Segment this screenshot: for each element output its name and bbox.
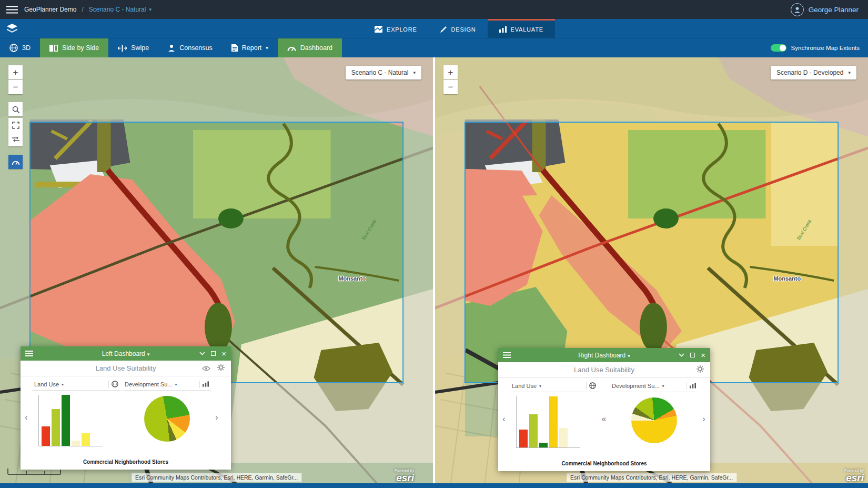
globe-icon — [9, 44, 18, 52]
3d-label: 3D — [22, 44, 31, 52]
widget-carousel: ‹ Land Use ▾ « Development Su... ▾ — [498, 378, 710, 458]
left-dashboard-header[interactable]: Left Dashboard▾ × — [21, 346, 231, 361]
sync-extents-toggle[interactable] — [771, 44, 786, 52]
left-scenario-selector[interactable]: Scenario C - Natural ▾ — [346, 66, 421, 79]
development-suitability-widget-card: Development Su... ▾ — [610, 380, 698, 458]
left-scenario-label: Scenario C - Natural — [351, 69, 409, 76]
caret-down-icon: ▾ — [662, 384, 664, 389]
maximize-icon[interactable] — [211, 351, 216, 356]
tab-design-label: DESIGN — [451, 26, 476, 33]
map-attribution: Esri Community Maps Contributors, Esri, … — [567, 473, 736, 482]
map-attribution: Esri Community Maps Contributors, Esri, … — [132, 473, 301, 482]
primary-nav: EXPLORE DESIGN EVALUATE — [0, 19, 868, 38]
zoom-in-button[interactable]: + — [8, 65, 23, 79]
widget-title: Land Use Suitability — [21, 364, 231, 372]
land-use-widget-card: Land Use ▾ — [32, 379, 120, 456]
report-label: Report — [242, 44, 262, 52]
pencil-icon — [440, 26, 447, 33]
report-icon — [231, 44, 238, 52]
side-by-side-label: Side by Side — [62, 44, 99, 52]
tab-design[interactable]: DESIGN — [429, 19, 488, 38]
compare-tool-button[interactable] — [8, 132, 23, 146]
tab-explore[interactable]: EXPLORE — [363, 19, 429, 38]
side-by-side-button[interactable]: Side by Side — [40, 38, 108, 57]
swipe-button[interactable]: Swipe — [108, 38, 158, 57]
explore-icon — [375, 26, 382, 33]
zoom-out-button[interactable]: − — [443, 80, 458, 94]
swipe-label: Swipe — [131, 44, 149, 52]
app-title: GeoPlanner Demo — [24, 6, 76, 13]
app-header: GeoPlanner Demo / Scenario C - Natural ▾… — [0, 0, 868, 19]
dashboard-title: Right Dashboard — [578, 352, 625, 359]
gear-icon[interactable] — [697, 365, 704, 375]
place-label: Monsanto — [773, 275, 801, 282]
caret-down-icon: ▾ — [62, 382, 64, 387]
carousel-prev-button[interactable]: ‹ — [499, 380, 509, 458]
collapse-icon[interactable] — [199, 352, 205, 355]
sync-extents-label: Synchronize Map Extents — [791, 45, 860, 51]
consensus-label: Consensus — [179, 44, 213, 52]
carousel-prev-button[interactable]: ‹ — [22, 379, 31, 456]
dashboard-button[interactable]: Dashboard — [278, 38, 342, 57]
development-suitability-select[interactable]: Development Su... ▾ — [610, 380, 698, 392]
maximize-icon[interactable] — [690, 353, 695, 357]
caret-down-icon: ▾ — [628, 353, 630, 358]
right-dashboard-header[interactable]: Right Dashboard▾ × — [498, 348, 710, 362]
bar-chart-icon — [499, 26, 507, 33]
carousel-collapse-button[interactable]: « — [599, 380, 609, 458]
layers-icon-button[interactable] — [0, 19, 24, 38]
tab-explore-label: EXPLORE — [387, 26, 417, 33]
layers-icon — [7, 24, 17, 33]
map-dashboard-button[interactable] — [8, 155, 23, 169]
carousel-next-button[interactable]: › — [212, 379, 221, 456]
close-icon[interactable]: × — [701, 351, 705, 360]
evaluate-toolbar: 3D Side by Side Swipe Consensus Report ▾… — [0, 38, 868, 57]
user-avatar-icon — [791, 3, 804, 16]
right-dashboard-panel: Right Dashboard▾ × Land Use Suitability … — [498, 348, 710, 471]
gear-icon[interactable] — [217, 364, 225, 373]
zoom-out-button[interactable]: − — [8, 80, 23, 94]
widget-carousel: ‹ Land Use ▾ Development Su... ▾ — [21, 376, 231, 456]
powered-by-label: Powered by — [395, 469, 414, 472]
globe-icon[interactable] — [112, 381, 118, 389]
user-name: George Planner — [809, 6, 859, 14]
esri-logo: Powered by esri — [395, 469, 414, 483]
consensus-button[interactable]: Consensus — [158, 38, 222, 57]
breadcrumb-separator: / — [82, 6, 83, 13]
close-icon[interactable]: × — [221, 349, 226, 358]
dashboard-title: Left Dashboard — [102, 350, 145, 357]
report-button[interactable]: Report ▾ — [222, 38, 278, 57]
development-suitability-widget-card: Development Su... ▾ — [123, 379, 211, 456]
search-button[interactable] — [8, 102, 23, 116]
visibility-icon[interactable] — [202, 364, 210, 373]
esri-wordmark: esri — [846, 472, 864, 483]
user-menu[interactable]: George Planner — [791, 3, 859, 16]
dashboard-label: Dashboard — [300, 44, 332, 52]
right-scenario-selector[interactable]: Scenario D - Developed ▾ — [771, 66, 856, 79]
person-icon — [168, 44, 175, 52]
geoplanner-app: GeoPlanner Demo / Scenario C - Natural ▾… — [0, 0, 868, 488]
side-by-side-icon — [49, 45, 58, 52]
widget-header: Land Use Suitability — [498, 362, 710, 378]
globe-icon[interactable] — [589, 382, 596, 390]
chart-type-icon[interactable] — [203, 381, 209, 388]
tab-evaluate[interactable]: EVALUATE — [488, 19, 555, 38]
menu-icon[interactable] — [0, 6, 24, 14]
3d-button[interactable]: 3D — [0, 38, 40, 57]
caret-down-icon: ▾ — [147, 352, 150, 357]
widget-title: Land Use Suitability — [498, 366, 710, 374]
select-label: Land Use — [34, 381, 59, 387]
land-use-select[interactable]: Land Use ▾ — [510, 380, 598, 392]
expand-extent-button[interactable] — [8, 118, 23, 132]
collapse-icon[interactable] — [679, 353, 684, 357]
bar-chart — [38, 395, 103, 446]
chart-type-icon[interactable] — [690, 383, 696, 390]
breadcrumb-scenario-dropdown[interactable]: Scenario C - Natural ▾ — [89, 6, 152, 13]
bar-chart — [516, 396, 580, 448]
land-use-select[interactable]: Land Use ▾ — [32, 379, 120, 391]
caret-down-icon: ▾ — [848, 70, 851, 75]
carousel-next-button[interactable]: › — [699, 380, 709, 458]
esri-wordmark: esri — [396, 472, 414, 483]
zoom-in-button[interactable]: + — [443, 65, 458, 79]
development-suitability-select[interactable]: Development Su... ▾ — [123, 379, 211, 391]
